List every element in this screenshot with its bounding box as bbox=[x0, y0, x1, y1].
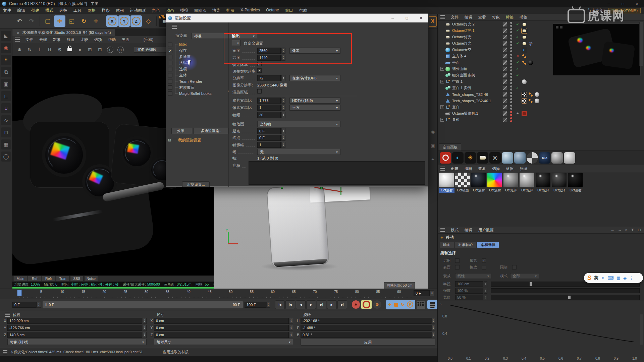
next-key-button[interactable]: ▶| bbox=[327, 300, 337, 309]
preview-menu-icon[interactable] bbox=[556, 26, 558, 28]
rotate-tool-icon[interactable]: ↻ bbox=[78, 15, 90, 27]
enable-state-icon[interactable] bbox=[515, 60, 520, 65]
autokey-button[interactable] bbox=[361, 300, 372, 309]
annotation-textarea[interactable] bbox=[249, 161, 425, 185]
lv-menu-item[interactable]: 比较 bbox=[77, 37, 91, 42]
tag-icon[interactable] bbox=[522, 47, 527, 53]
spinner[interactable] bbox=[281, 75, 285, 81]
frame-range-dropdown[interactable]: 当前帧 bbox=[257, 121, 340, 127]
material-item[interactable]: Oct光泽 bbox=[552, 173, 567, 193]
position-key-icon[interactable]: ✚ bbox=[388, 302, 391, 307]
expand-icon[interactable] bbox=[440, 80, 444, 83]
tree-checkbox[interactable] bbox=[168, 73, 172, 77]
clay-mode-icon[interactable]: ● bbox=[75, 45, 85, 54]
attr-menu-item[interactable]: 用户数据 bbox=[475, 228, 497, 233]
sphere-tool-icon[interactable]: ◯ bbox=[1, 152, 11, 162]
falloff-curve-panel[interactable]: › 0.8 0.4 0.00.10.20.30.40.50.60.70.80.9… bbox=[438, 301, 644, 362]
material-item[interactable]: Oct镜面 bbox=[455, 173, 471, 193]
hamburger-icon[interactable] bbox=[440, 230, 445, 230]
goto-start-button[interactable]: |◀ bbox=[275, 300, 285, 309]
tag-icon[interactable] bbox=[522, 41, 527, 46]
layer-icon[interactable] bbox=[502, 54, 507, 59]
material-item[interactable]: Oct漫射 bbox=[471, 173, 487, 193]
octane-target-icon[interactable]: ◎ bbox=[489, 152, 501, 164]
material-item[interactable]: Oct漫射 bbox=[439, 173, 454, 193]
curve-scrollbar[interactable] bbox=[640, 314, 643, 345]
pass-tab[interactable]: Refr bbox=[42, 276, 55, 281]
tag-icon[interactable] bbox=[528, 60, 533, 65]
object-row[interactable]: Tech_shapes_TS2-46 bbox=[438, 91, 639, 98]
width-unit-dropdown[interactable]: 像素 bbox=[289, 48, 340, 54]
menu-item[interactable]: 运动图形 bbox=[127, 8, 149, 13]
visibility-dots-icon[interactable] bbox=[510, 54, 513, 59]
menu-item[interactable]: 样条 bbox=[99, 8, 113, 13]
object-row[interactable]: Octane摄像机.1 bbox=[438, 110, 639, 117]
pass-tab[interactable]: Tran bbox=[56, 276, 69, 281]
my-settings-icon[interactable]: ⊡ bbox=[168, 138, 171, 142]
material-menu-item[interactable]: 查看 bbox=[475, 166, 489, 171]
material-checker-icon[interactable] bbox=[527, 152, 538, 164]
visibility-dots-icon[interactable] bbox=[510, 117, 513, 122]
spinner[interactable] bbox=[431, 318, 435, 324]
texture-mode-icon[interactable]: ▦ bbox=[1, 139, 11, 149]
more-icon[interactable]: ⋮ bbox=[629, 276, 634, 281]
tree-checkbox[interactable] bbox=[168, 79, 172, 83]
enable-state-icon[interactable] bbox=[515, 73, 520, 77]
tag-icon[interactable] bbox=[528, 98, 533, 104]
layer-icon[interactable] bbox=[502, 79, 507, 84]
ime-language-toggle[interactable]: 英 bbox=[594, 275, 598, 281]
rotation-field[interactable]: 0.31 ° bbox=[301, 332, 431, 338]
last-tool-icon[interactable]: ✛ bbox=[90, 15, 102, 27]
material-item[interactable]: Oct漫射 bbox=[487, 173, 503, 193]
menu-item[interactable]: 跟踪器 bbox=[191, 8, 209, 13]
menu-item[interactable]: 网格 bbox=[85, 8, 99, 13]
hamburger-icon[interactable] bbox=[3, 352, 7, 353]
material-item[interactable]: Oct光泽 bbox=[536, 173, 551, 193]
spinner[interactable] bbox=[281, 142, 285, 148]
lv-menu-item[interactable]: 帮助 bbox=[105, 37, 119, 42]
object-name[interactable]: Octane灯光.1 bbox=[452, 28, 502, 33]
radius-field[interactable]: 100 cm bbox=[455, 281, 483, 287]
material-menu-item[interactable]: 编辑 bbox=[462, 166, 475, 171]
prev-key-button[interactable]: |◀ bbox=[285, 300, 295, 309]
layer-icon[interactable] bbox=[502, 28, 507, 33]
material-menu-item[interactable]: 纹理 bbox=[517, 166, 530, 171]
menu-item[interactable]: 帮助 bbox=[296, 8, 310, 13]
live-selection-icon[interactable]: ▢ bbox=[42, 15, 53, 27]
pass-tab[interactable]: Main bbox=[14, 276, 27, 281]
spinner[interactable] bbox=[281, 112, 285, 118]
focus-pick-icon[interactable]: F bbox=[107, 47, 113, 53]
material-thumbnail[interactable] bbox=[520, 173, 534, 187]
position-mode-dropdown[interactable]: 对象 (相对) bbox=[7, 339, 147, 345]
spinner[interactable] bbox=[484, 288, 487, 294]
layer-icon[interactable] bbox=[502, 73, 507, 78]
key-options-button[interactable]: ⚙ bbox=[373, 300, 381, 309]
dialog-close-button[interactable]: ✕ bbox=[414, 14, 428, 22]
layer-icon[interactable] bbox=[502, 47, 507, 52]
voice-input-icon[interactable]: ✦ bbox=[601, 276, 605, 281]
material-sphere-icon[interactable] bbox=[564, 152, 575, 164]
close-button[interactable]: ✕ bbox=[630, 0, 644, 7]
layer-icon[interactable] bbox=[502, 117, 507, 122]
multipass-button[interactable]: 多通道渲染.. bbox=[194, 128, 228, 134]
search-icon[interactable]: ⌕ bbox=[625, 228, 627, 232]
fps-field[interactable]: 30 bbox=[257, 112, 281, 118]
range-grip-icon[interactable]: ‖ bbox=[45, 303, 47, 307]
live-viewer-tab[interactable]: ✕ 木偶教育免费汉化 Studio 2020.1.5-R4 (53 days l… bbox=[12, 29, 115, 36]
preview-range-slider[interactable]: ‖ 0 F 90 F bbox=[43, 301, 243, 308]
object-name[interactable]: Octane灯光.2 bbox=[452, 22, 502, 27]
toolbar-separator[interactable] bbox=[102, 15, 106, 27]
strip-light-icon[interactable]: ✦ bbox=[431, 157, 435, 162]
lv-menu-item[interactable]: 选项 bbox=[91, 37, 105, 42]
visibility-dots-icon[interactable] bbox=[510, 79, 513, 84]
prev-frame-button[interactable]: ◀ bbox=[296, 300, 306, 309]
position-field[interactable]: 140.6 cm bbox=[7, 332, 142, 338]
size-field[interactable]: 0 cm bbox=[154, 318, 289, 324]
menu-item[interactable]: 模拟 bbox=[177, 8, 191, 13]
enable-state-icon[interactable] bbox=[515, 111, 520, 116]
range-to-field[interactable]: 0 F bbox=[257, 135, 281, 141]
pixel-aspect-field[interactable]: 1 bbox=[257, 105, 281, 111]
pen-tool-icon[interactable]: ◣ bbox=[1, 31, 11, 41]
pla-key-icon[interactable] bbox=[417, 301, 425, 309]
y-axis-lock[interactable]: Y bbox=[118, 15, 130, 27]
